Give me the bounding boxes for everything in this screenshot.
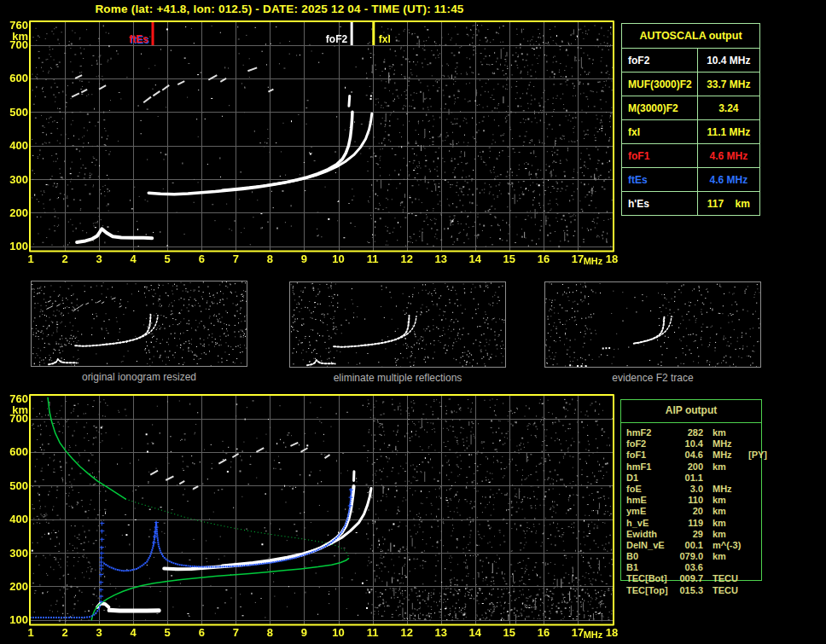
- table-header-row: AUTOSCALA output: [622, 24, 760, 49]
- aip-note: [746, 473, 759, 484]
- param-value: 117 km: [697, 192, 759, 216]
- param-value: 3.24: [697, 96, 759, 120]
- aip-val: 29: [674, 529, 703, 540]
- aip-param: hmF2: [626, 427, 674, 438]
- aip-output-table: AIP output hmF2282kmfoF210.4MHzfoF104.6M…: [620, 399, 762, 581]
- aip-row: ymE20km: [626, 506, 759, 517]
- aip-val: 20: [674, 506, 703, 517]
- autoscala-window: Rome (lat: +41.8, lon: 012.5) - DATE: 20…: [0, 0, 826, 644]
- aip-note: [746, 438, 759, 450]
- aip-unit: km: [703, 529, 746, 540]
- thumbnail-cleaned-canvas: [289, 281, 506, 368]
- aip-val: 015.3: [674, 585, 703, 596]
- aip-param: ymE: [626, 506, 674, 517]
- aip-unit: km: [703, 551, 746, 562]
- thumbnail-f2-trace-canvas: [544, 281, 761, 368]
- aip-val: 110: [674, 495, 703, 506]
- aip-unit: MHz: [703, 438, 746, 450]
- aip-val: 04.6: [674, 450, 703, 461]
- aip-param: h_vE: [626, 518, 674, 529]
- aip-unit: km: [703, 518, 746, 529]
- aip-param: B1: [626, 562, 674, 573]
- aip-note: [746, 518, 759, 529]
- autoscala-header: AUTOSCALA output: [622, 24, 760, 49]
- page-title: Rome (lat: +41.8, lon: 012.5) - DATE: 20…: [0, 3, 559, 15]
- aip-val: 282: [674, 427, 703, 438]
- aip-row: hmF1200km: [626, 461, 759, 473]
- aip-param: B0: [626, 551, 674, 562]
- aip-unit: km: [703, 506, 746, 517]
- aip-param: foF2: [626, 438, 674, 450]
- aip-note: [746, 529, 759, 540]
- aip-note: [746, 551, 759, 562]
- aip-row: hmE110km: [626, 495, 759, 506]
- aip-note: [746, 573, 759, 584]
- param-label: ftEs: [622, 168, 698, 192]
- table-row: fxI 11.1 MHz: [622, 120, 760, 144]
- thumbnail-caption: original ionogram resized: [31, 371, 247, 383]
- param-label: foF1: [622, 144, 698, 168]
- thumbnail-caption: eliminate multiple reflections: [289, 372, 506, 384]
- aip-param: DelN_vE: [626, 540, 674, 551]
- aip-param: hmE: [626, 495, 674, 506]
- table-row: MUF(3000)F2 33.7 MHz: [622, 73, 760, 96]
- aip-note: [PY]: [746, 450, 767, 461]
- aip-unit: km: [703, 461, 746, 473]
- aip-row: TEC[Top]015.3TECU: [626, 585, 759, 596]
- thumbnail-original: original ionogram resized: [31, 281, 247, 367]
- aip-val: 119: [674, 518, 703, 529]
- aip-unit: TECU: [703, 585, 746, 596]
- table-row: foF2 10.4 MHz: [622, 49, 760, 73]
- param-value: 10.4 MHz: [697, 49, 759, 73]
- aip-note: [746, 427, 759, 438]
- aip-unit: MHz: [703, 450, 746, 461]
- aip-param: TEC[Top]: [626, 585, 674, 596]
- table-row: ftEs 4.6 MHz: [622, 168, 760, 192]
- param-value: 33.7 MHz: [697, 73, 759, 96]
- aip-unit: MHz: [703, 484, 746, 495]
- aip-note: [746, 484, 759, 495]
- aip-unit: [703, 562, 746, 573]
- aip-val: 3.0: [674, 484, 703, 495]
- aip-param: hmF1: [626, 461, 674, 473]
- aip-header: AIP output: [621, 404, 761, 416]
- aip-val: 00.1: [674, 540, 703, 551]
- thumbnail-caption: evidence F2 trace: [544, 372, 761, 384]
- aip-val: 200: [674, 461, 703, 473]
- top-ionogram-canvas: [0, 17, 619, 270]
- param-label: M(3000)F2: [622, 96, 698, 120]
- aip-row: Ewidth29km: [626, 529, 759, 540]
- aip-val: 009.7: [674, 573, 703, 584]
- aip-row: DelN_vE00.1m^(-3): [626, 540, 759, 551]
- param-label: h'Es: [622, 192, 698, 216]
- aip-unit: m^(-3): [703, 540, 746, 551]
- thumbnail-original-canvas: [31, 281, 247, 367]
- table-row: M(3000)F2 3.24: [622, 96, 760, 120]
- aip-param: foE: [626, 484, 674, 495]
- divider: [621, 422, 761, 423]
- thumbnail-f2-trace: evidence F2 trace: [544, 281, 761, 368]
- aip-unit: TECU: [703, 573, 746, 584]
- param-value: 4.6 MHz: [697, 168, 759, 192]
- aip-param: foF1: [626, 450, 674, 461]
- aip-row: foF104.6MHz[PY]: [626, 450, 759, 461]
- aip-unit: [703, 473, 746, 484]
- table-row: h'Es 117 km: [622, 192, 760, 216]
- aip-param: TEC[Bot]: [626, 573, 674, 584]
- aip-note: [746, 506, 759, 517]
- aip-note: [746, 495, 759, 506]
- aip-note: [746, 540, 759, 551]
- aip-row: TEC[Bot]009.7TECU: [626, 573, 759, 584]
- param-label: foF2: [622, 49, 698, 73]
- aip-note: [746, 461, 759, 473]
- aip-val: 03.6: [674, 562, 703, 573]
- aip-unit: km: [703, 427, 746, 438]
- aip-row: foF210.4MHz: [626, 438, 759, 450]
- param-value: 11.1 MHz: [697, 120, 759, 144]
- aip-param: D1: [626, 473, 674, 484]
- aip-row: B0079.0km: [626, 551, 759, 562]
- aip-note: [746, 585, 759, 596]
- aip-val: 01.1: [674, 473, 703, 484]
- param-label: MUF(3000)F2: [622, 73, 698, 96]
- bottom-ionogram-canvas: [0, 391, 619, 644]
